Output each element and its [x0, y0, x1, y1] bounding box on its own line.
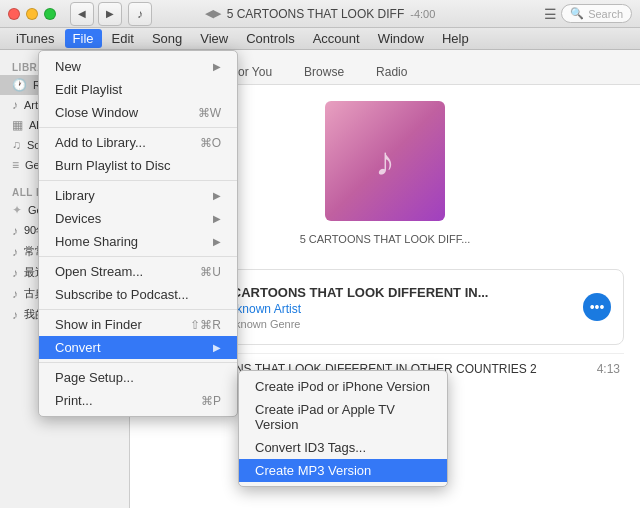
menu-sep-3 [39, 256, 237, 257]
menu-home-sharing-arrow: ▶ [213, 236, 221, 247]
file-menu[interactable]: New ▶ Edit Playlist Close Window ⌘W Add … [38, 50, 238, 417]
menu-convert[interactable]: Convert ▶ [39, 336, 237, 359]
menu-show-finder[interactable]: Show in Finder ⇧⌘R [39, 313, 237, 336]
menu-add-library-shortcut: ⌘O [200, 136, 221, 150]
menu-burn-playlist-label: Burn Playlist to Disc [55, 158, 171, 173]
title-area: ◀▶ 5 CARTOONS THAT LOOK DIFF -4:00 [205, 7, 436, 21]
menu-subscribe-podcast-label: Subscribe to Podcast... [55, 287, 189, 302]
music-note-button[interactable]: ♪ [128, 2, 152, 26]
menu-devices-arrow: ▶ [213, 213, 221, 224]
menu-new-arrow: ▶ [213, 61, 221, 72]
menu-add-library-label: Add to Library... [55, 135, 146, 150]
menu-open-stream-label: Open Stream... [55, 264, 143, 279]
menu-convert-label: Convert [55, 340, 101, 355]
menu-library[interactable]: Library ▶ [39, 184, 237, 207]
genius-icon: ✦ [12, 203, 22, 217]
menu-subscribe-podcast[interactable]: Subscribe to Podcast... [39, 283, 237, 306]
menu-view[interactable]: View [192, 29, 236, 48]
traffic-lights [8, 8, 56, 20]
menu-close-window[interactable]: Close Window ⌘W [39, 101, 237, 124]
song-title: 5 CARTOONS THAT LOOK DIFF [227, 7, 405, 21]
genres-icon: ≡ [12, 158, 19, 172]
menu-page-setup[interactable]: Page Setup... [39, 366, 237, 389]
menu-close-window-label: Close Window [55, 105, 138, 120]
tab-browse[interactable]: Browse [290, 60, 358, 84]
maximize-button[interactable] [44, 8, 56, 20]
song-card-info: 5 CARTOONS THAT LOOK DIFFERENT IN... Unk… [221, 285, 571, 330]
menu-help[interactable]: Help [434, 29, 477, 48]
frequent-icon: ♪ [12, 245, 18, 259]
menu-devices-label: Devices [55, 211, 101, 226]
menu-open-stream[interactable]: Open Stream... ⌘U [39, 260, 237, 283]
menu-show-finder-label: Show in Finder [55, 317, 142, 332]
menu-controls[interactable]: Controls [238, 29, 302, 48]
menu-devices[interactable]: Devices ▶ [39, 207, 237, 230]
song-card-genre: Unknown Genre [221, 318, 571, 330]
menu-sep-4 [39, 309, 237, 310]
song-card-artist[interactable]: Unknown Artist [221, 302, 571, 316]
submenu-ipad-version[interactable]: Create iPad or Apple TV Version [239, 398, 447, 436]
song-card-title: 5 CARTOONS THAT LOOK DIFFERENT IN... [221, 285, 571, 300]
menu-itunes[interactable]: iTunes [8, 29, 63, 48]
menu-print-shortcut: ⌘P [201, 394, 221, 408]
menu-sep-5 [39, 362, 237, 363]
menu-new-label: New [55, 59, 81, 74]
song-duration: 4:13 [597, 362, 620, 376]
recently-icon: 🕐 [12, 78, 27, 92]
90s-icon: ♪ [12, 224, 18, 238]
time-display: -4:00 [410, 8, 435, 20]
submenu-id3-tags[interactable]: Convert ID3 Tags... [239, 436, 447, 459]
tab-radio[interactable]: Radio [362, 60, 421, 84]
favorites-icon: ♪ [12, 308, 18, 322]
list-view-icon[interactable]: ☰ [544, 6, 557, 22]
menu-file[interactable]: File [65, 29, 102, 48]
songs-icon: ♫ [12, 138, 21, 152]
album-art-icon: ♪ [375, 139, 395, 184]
submenu-iphone-version-label: Create iPod or iPhone Version [255, 379, 430, 394]
artists-icon: ♪ [12, 98, 18, 112]
classical-icon: ♪ [12, 287, 18, 301]
search-placeholder[interactable]: Search [588, 8, 623, 20]
titlebar: ◀ ▶ ♪ ◀▶ 5 CARTOONS THAT LOOK DIFF -4:00… [0, 0, 640, 28]
menu-print[interactable]: Print... ⌘P [39, 389, 237, 412]
menu-edit-playlist-label: Edit Playlist [55, 82, 122, 97]
convert-submenu[interactable]: Create iPod or iPhone Version Create iPa… [238, 370, 448, 487]
menu-song[interactable]: Song [144, 29, 190, 48]
menu-library-label: Library [55, 188, 95, 203]
menu-new[interactable]: New ▶ [39, 55, 237, 78]
search-bar: 🔍 Search [561, 4, 632, 23]
submenu-mp3-version-label: Create MP3 Version [255, 463, 371, 478]
close-button[interactable] [8, 8, 20, 20]
submenu-id3-tags-label: Convert ID3 Tags... [255, 440, 366, 455]
song-title-small: 5 CARTOONS THAT LOOK DIFF... [300, 233, 471, 245]
menu-account[interactable]: Account [305, 29, 368, 48]
menu-edit-playlist[interactable]: Edit Playlist [39, 78, 237, 101]
menu-close-window-shortcut: ⌘W [198, 106, 221, 120]
albums-icon: ▦ [12, 118, 23, 132]
menu-sep-2 [39, 180, 237, 181]
submenu-iphone-version[interactable]: Create iPod or iPhone Version [239, 375, 447, 398]
back-button[interactable]: ◀ [70, 2, 94, 26]
album-art: ♪ [325, 101, 445, 221]
submenu-mp3-version[interactable]: Create MP3 Version [239, 459, 447, 482]
submenu-ipad-version-label: Create iPad or Apple TV Version [255, 402, 431, 432]
menu-add-library[interactable]: Add to Library... ⌘O [39, 131, 237, 154]
search-icon: 🔍 [570, 7, 584, 20]
forward-button[interactable]: ▶ [98, 2, 122, 26]
title-controls: ☰ 🔍 Search [544, 4, 632, 23]
menu-window[interactable]: Window [370, 29, 432, 48]
menu-open-stream-shortcut: ⌘U [200, 265, 221, 279]
menu-convert-arrow: ▶ [213, 342, 221, 353]
menu-show-finder-shortcut: ⇧⌘R [190, 318, 221, 332]
menu-sep-1 [39, 127, 237, 128]
menu-edit[interactable]: Edit [104, 29, 142, 48]
minimize-button[interactable] [26, 8, 38, 20]
recent-play-icon: ♪ [12, 266, 18, 280]
menu-page-setup-label: Page Setup... [55, 370, 134, 385]
menu-home-sharing-label: Home Sharing [55, 234, 138, 249]
more-button[interactable]: ••• [583, 293, 611, 321]
menubar: iTunes File Edit Song View Controls Acco… [0, 28, 640, 50]
menu-burn-playlist[interactable]: Burn Playlist to Disc [39, 154, 237, 177]
menu-library-arrow: ▶ [213, 190, 221, 201]
menu-home-sharing[interactable]: Home Sharing ▶ [39, 230, 237, 253]
